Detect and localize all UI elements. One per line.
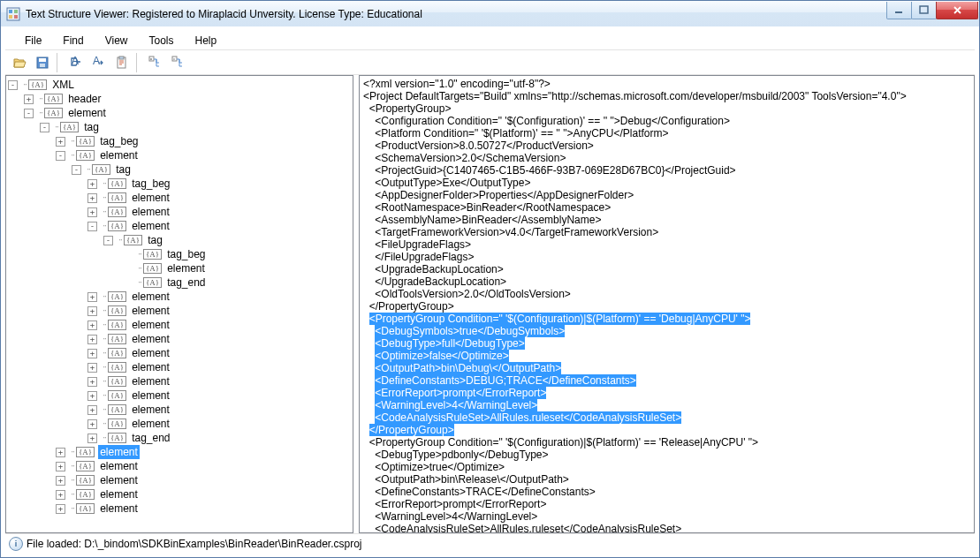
xml-line[interactable]: <ProductVersion>8.0.50727</ProductVersio… — [363, 140, 970, 152]
tree-node[interactable]: ··{A}element — [8, 261, 351, 275]
text-pane[interactable]: <?xml version="1.0" encoding="utf-8"?><P… — [359, 75, 975, 533]
tree-node[interactable]: +··{A}element — [8, 501, 351, 516]
tree-node[interactable]: -··{A}XML — [8, 78, 351, 92]
node-label[interactable]: element — [130, 332, 171, 346]
xml-line[interactable]: <Configuration Condition=" '$(Configurat… — [363, 115, 970, 127]
save-icon[interactable] — [32, 52, 53, 73]
expand-icon[interactable]: + — [56, 137, 65, 147]
tree-node[interactable]: -··{A}element — [8, 106, 351, 120]
xml-line[interactable]: <PropertyGroup Condition=" '$(Configurat… — [363, 436, 970, 449]
node-label[interactable]: element — [98, 459, 140, 473]
xml-line[interactable]: <OldToolsVersion>2.0</OldToolsVersion> — [363, 288, 970, 300]
tree-node[interactable]: ··{A}tag_end — [8, 275, 351, 290]
xml-line[interactable]: <Optimize>true</Optimize> — [363, 461, 970, 473]
xml-line[interactable]: <Project DefaultTargets="Build" xmlns="h… — [363, 90, 970, 102]
node-label[interactable]: element — [98, 473, 140, 487]
clipboard-icon[interactable] — [111, 52, 133, 73]
expand-icon[interactable]: + — [56, 476, 65, 486]
expand-icon[interactable]: + — [87, 193, 97, 203]
node-label[interactable]: element — [130, 388, 171, 403]
xml-line[interactable]: <SchemaVersion>2.0</SchemaVersion> — [363, 152, 970, 164]
node-label[interactable]: tag_beg — [130, 177, 171, 191]
node-label[interactable]: element — [130, 403, 171, 417]
node-label[interactable]: tag — [146, 233, 164, 247]
xml-line[interactable]: </PropertyGroup> — [363, 424, 970, 436]
node-label[interactable]: element — [98, 501, 140, 516]
expand-icon[interactable]: + — [87, 419, 97, 429]
tree-node[interactable]: +··{A}element — [8, 332, 351, 346]
xml-line[interactable]: <DebugType>full</DebugType> — [363, 337, 970, 350]
xml-line[interactable]: </FileUpgradeFlags> — [363, 251, 970, 263]
node-label[interactable]: element — [165, 261, 207, 275]
xml-source[interactable]: <?xml version="1.0" encoding="utf-8"?><P… — [360, 76, 974, 533]
xml-line[interactable]: <OutputType>Exe</OutputType> — [363, 177, 970, 189]
expand-icon[interactable]: + — [87, 434, 97, 443]
collapse-icon[interactable]: - — [40, 123, 49, 132]
xml-line[interactable]: <DebugSymbols>true</DebugSymbols> — [363, 325, 970, 337]
expand-icon[interactable]: + — [87, 320, 97, 330]
tree-node[interactable]: -··{A}element — [8, 148, 351, 162]
xml-line[interactable]: </UpgradeBackupLocation> — [363, 275, 970, 288]
xml-line[interactable]: <ProjectGuid>{C1407465-C1B5-466F-93B7-06… — [363, 164, 970, 177]
node-label[interactable]: tag_beg — [165, 247, 207, 261]
tree-node[interactable]: +··{A}tag_beg — [8, 134, 351, 148]
tree-node[interactable]: +··{A}element — [8, 403, 351, 417]
tree-node[interactable]: +··{A}tag_end — [8, 431, 351, 445]
collapse-icon[interactable]: - — [24, 109, 34, 118]
tree-node[interactable]: -··{A}element — [8, 219, 351, 233]
tree-node[interactable]: +··{A}element — [8, 290, 351, 304]
xml-line[interactable]: <OutputPath>bin\Debug\</OutputPath> — [363, 362, 970, 374]
node-label[interactable]: tag_end — [130, 431, 171, 445]
tree-node[interactable]: +··{A}element — [8, 318, 351, 332]
expand-icon[interactable]: + — [87, 335, 97, 344]
collapse-icon[interactable]: - — [56, 151, 65, 161]
expand-icon[interactable]: + — [87, 207, 97, 217]
menu-file[interactable]: File — [16, 33, 50, 49]
menu-tools[interactable]: Tools — [140, 33, 182, 49]
node-label[interactable]: element — [98, 487, 140, 501]
node-label[interactable]: element — [130, 374, 171, 388]
tree-node[interactable]: +··{A}element — [8, 388, 351, 403]
xml-line[interactable]: </PropertyGroup> — [363, 300, 970, 313]
tree-node[interactable]: +··{A}element — [8, 205, 351, 219]
expand-icon[interactable]: + — [24, 94, 34, 104]
node-label[interactable]: element — [130, 360, 171, 374]
tree-node[interactable]: -··{A}tag — [8, 162, 351, 177]
node-label[interactable]: element — [66, 106, 108, 120]
tree-node[interactable]: +··{A}element — [8, 360, 351, 374]
expand-icon[interactable]: + — [87, 306, 97, 316]
structure-tree[interactable]: -··{A}XML +··{A}header -··{A}element -··… — [8, 78, 351, 516]
expand-icon[interactable]: + — [87, 363, 97, 373]
xml-line[interactable]: <DefineConstants>TRACE</DefineConstants> — [363, 486, 970, 498]
maximize-button[interactable] — [911, 2, 937, 19]
xml-line[interactable]: <ErrorReport>prompt</ErrorReport> — [363, 387, 970, 399]
expand-icon[interactable]: + — [56, 490, 65, 500]
tree-node[interactable]: +··{A}element — [8, 191, 351, 205]
node-label[interactable]: tag_end — [165, 275, 207, 290]
find-next-icon[interactable]: A — [88, 52, 110, 73]
tree-node[interactable]: +··{A}header — [8, 92, 351, 106]
xml-line[interactable]: <?xml version="1.0" encoding="utf-8"?> — [363, 78, 970, 90]
node-label[interactable]: element — [130, 318, 171, 332]
collapse-icon[interactable]: - — [87, 222, 97, 231]
node-label[interactable]: element — [130, 205, 171, 219]
expand-icon[interactable]: + — [87, 377, 97, 387]
tree-node[interactable]: +··{A}element — [8, 459, 351, 473]
expand-icon[interactable]: + — [56, 448, 65, 457]
find-icon[interactable]: A — [65, 52, 87, 73]
node-label[interactable]: element — [98, 148, 140, 162]
xml-line[interactable]: <TargetFrameworkVersion>v4.0</TargetFram… — [363, 226, 970, 238]
xml-line[interactable]: <WarningLevel>4</WarningLevel> — [363, 399, 970, 411]
xml-line[interactable]: <AssemblyName>BinReader</AssemblyName> — [363, 214, 970, 226]
xml-line[interactable]: <RootNamespace>BinReader</RootNamespace> — [363, 201, 970, 214]
xml-line[interactable]: <CodeAnalysisRuleSet>AllRules.ruleset</C… — [363, 411, 970, 424]
xml-line[interactable]: <DebugType>pdbonly</DebugType> — [363, 449, 970, 461]
tree-node[interactable]: ··{A}tag_beg — [8, 247, 351, 261]
tree-node[interactable]: -··{A}tag — [8, 233, 351, 247]
xml-line[interactable]: <Optimize>false</Optimize> — [363, 350, 970, 362]
expand-icon[interactable]: + — [87, 349, 97, 358]
xml-line[interactable]: <CodeAnalysisRuleSet>AllRules.ruleset</C… — [363, 523, 970, 533]
xml-line[interactable]: <FileUpgradeFlags> — [363, 238, 970, 251]
node-label[interactable]: tag — [82, 120, 101, 134]
xml-line[interactable]: <OutputPath>bin\Release\</OutputPath> — [363, 473, 970, 486]
